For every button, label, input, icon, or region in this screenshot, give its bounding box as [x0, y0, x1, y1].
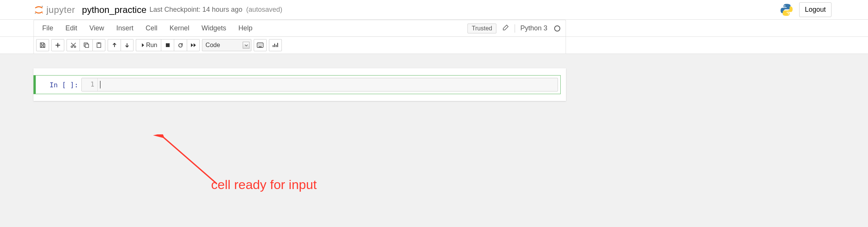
svg-line-11: [164, 137, 217, 184]
header: jupyter python_practice Last Checkpoint:…: [0, 0, 868, 20]
bar-chart-icon: [272, 43, 278, 48]
keyboard-icon: [257, 43, 264, 48]
dropdown-arrow-icon: [243, 42, 250, 49]
code-editor[interactable]: [98, 78, 558, 91]
annotation-arrow-icon: [152, 134, 228, 203]
menu-view[interactable]: View: [83, 21, 110, 35]
line-number: 1: [82, 78, 98, 91]
cut-button[interactable]: [67, 39, 79, 51]
interrupt-button[interactable]: [161, 39, 174, 51]
text-cursor: [100, 81, 100, 88]
chart-button[interactable]: [269, 39, 282, 51]
checkpoint-text: Last Checkpoint: 14 hours ago: [149, 6, 242, 14]
run-group: Run: [136, 39, 200, 51]
trusted-badge[interactable]: Trusted: [467, 24, 496, 33]
celltype-select[interactable]: Code: [202, 39, 251, 51]
jupyter-logo-text: jupyter: [46, 5, 75, 15]
restart-run-all-button[interactable]: [187, 39, 200, 51]
svg-point-0: [41, 6, 43, 7]
plus-icon: [55, 43, 60, 48]
jupyter-icon: [33, 5, 44, 15]
svg-point-1: [35, 13, 36, 14]
kernel-name[interactable]: Python 3: [518, 24, 550, 32]
cell-prompt: In [ ]:: [36, 78, 81, 91]
move-up-button[interactable]: [108, 39, 121, 51]
arrow-up-icon: [112, 43, 117, 48]
cell-input-area[interactable]: 1: [81, 78, 558, 91]
annotation-text: cell ready for input: [211, 177, 317, 192]
move-down-button[interactable]: [121, 39, 134, 51]
toolbar: Run Code: [33, 37, 566, 54]
menubar-right: Trusted Python 3: [467, 23, 563, 33]
svg-point-2: [42, 13, 43, 13]
run-icon: [140, 43, 145, 47]
stop-icon: [165, 43, 170, 47]
header-right: Logout: [779, 2, 831, 17]
edit-group: [67, 39, 105, 51]
copy-button[interactable]: [79, 39, 92, 51]
kernel-idle-icon: [554, 25, 560, 32]
menu-help[interactable]: Help: [232, 21, 259, 35]
svg-rect-6: [85, 44, 89, 47]
run-label: Run: [146, 42, 157, 49]
copy-icon: [83, 42, 89, 48]
scissors-icon: [70, 42, 76, 48]
svg-rect-8: [98, 43, 100, 44]
toolbar-container: Run Code: [0, 37, 868, 54]
save-button[interactable]: [36, 39, 49, 51]
arrow-down-icon: [124, 43, 130, 48]
restart-button[interactable]: [174, 39, 187, 51]
notebook-title[interactable]: python_practice: [82, 5, 146, 15]
menu-edit[interactable]: Edit: [59, 21, 83, 35]
menu-widgets[interactable]: Widgets: [196, 21, 232, 35]
paste-icon: [96, 42, 102, 48]
code-cell[interactable]: In [ ]: 1: [33, 75, 561, 94]
add-cell-button[interactable]: [51, 39, 64, 51]
menu-cell[interactable]: Cell: [140, 21, 164, 35]
menu-insert[interactable]: Insert: [110, 21, 140, 35]
menubar: File Edit View Insert Cell Kernel Widget…: [33, 20, 566, 36]
svg-rect-9: [166, 43, 170, 47]
autosaved-text: (autosaved): [246, 6, 282, 14]
save-icon: [40, 42, 46, 48]
python-icon: [779, 3, 794, 17]
paste-button[interactable]: [92, 39, 105, 51]
menubar-container: File Edit View Insert Cell Kernel Widget…: [0, 20, 868, 37]
logout-button[interactable]: Logout: [799, 2, 831, 17]
restart-icon: [178, 43, 183, 48]
notebook-area: In [ ]: 1 cell ready for input: [0, 54, 868, 227]
celltype-value: Code: [205, 42, 220, 49]
menu-kernel[interactable]: Kernel: [164, 21, 196, 35]
run-button[interactable]: Run: [136, 39, 161, 51]
menu-file[interactable]: File: [36, 21, 59, 35]
notebook-container: In [ ]: 1: [33, 68, 566, 101]
divider: [515, 24, 515, 33]
jupyter-logo[interactable]: jupyter: [33, 5, 75, 15]
command-palette-button[interactable]: [254, 39, 267, 51]
pencil-icon[interactable]: [499, 23, 512, 33]
header-inner: jupyter python_practice Last Checkpoint:…: [33, 5, 566, 15]
fast-forward-icon: [191, 43, 196, 48]
move-group: [108, 39, 134, 51]
